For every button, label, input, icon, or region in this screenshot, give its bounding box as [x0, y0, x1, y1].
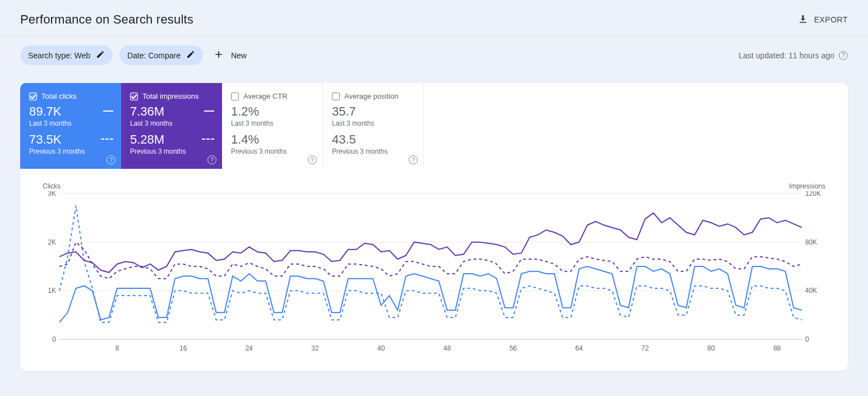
header: Performance on Search results EXPORT [0, 0, 868, 38]
metric-label: Total impressions [142, 92, 198, 100]
date-chip-label: Date: Compare [127, 51, 181, 60]
metric-previous-period: Previous 3 months [332, 148, 415, 155]
metric-label: Average CTR [243, 92, 288, 100]
svg-text:56: 56 [509, 344, 517, 352]
help-icon[interactable]: ? [107, 155, 116, 164]
svg-text:24: 24 [246, 344, 253, 352]
performance-card: Total clicks 89.7K Last 3 months 73.5K P… [20, 83, 848, 371]
help-icon[interactable]: ? [839, 51, 848, 60]
metric-previous-value: 73.5K [29, 133, 85, 146]
solid-line-icon [204, 110, 214, 112]
metric-current-period: Last 3 months [130, 119, 172, 127]
svg-text:40K: 40K [805, 287, 817, 295]
metric-current-period: Last 3 months [231, 119, 315, 127]
search-type-chip[interactable]: Search type: Web [20, 45, 113, 65]
svg-text:80: 80 [707, 344, 715, 352]
svg-text:80K: 80K [805, 238, 817, 246]
chart-area: Clicks Impressions 01K2K3K040K80K120K816… [20, 169, 848, 371]
svg-text:72: 72 [641, 344, 649, 352]
metric-label: Average position [344, 92, 399, 100]
metric-current-value: 7.36M [130, 105, 172, 118]
metric-current-period: Last 3 months [332, 119, 415, 127]
svg-text:3K: 3K [48, 191, 56, 197]
export-label: EXPORT [814, 15, 848, 24]
metric-current-value: 1.2% [231, 105, 315, 118]
metric-tab-ctr[interactable]: Average CTR 1.2% Last 3 months 1.4% Prev… [222, 83, 323, 169]
help-icon[interactable]: ? [308, 155, 317, 164]
svg-text:120K: 120K [805, 191, 821, 197]
last-updated-label: Last updated: 11 hours ago [739, 51, 834, 60]
metric-tab-impressions[interactable]: Total impressions 7.36M Last 3 months 5.… [121, 83, 222, 169]
last-updated: Last updated: 11 hours ago ? [739, 51, 848, 60]
metric-tabs: Total clicks 89.7K Last 3 months 73.5K P… [20, 83, 848, 169]
metric-previous-period: Previous 3 months [130, 148, 186, 155]
metric-previous-value: 1.4% [231, 133, 315, 146]
metric-current-value: 35.7 [332, 105, 415, 118]
metric-previous-period: Previous 3 months [231, 148, 315, 155]
svg-text:40: 40 [377, 344, 385, 352]
left-axis-label: Clicks [43, 182, 61, 190]
dashed-line-icon [101, 139, 113, 140]
search-type-chip-label: Search type: Web [28, 51, 90, 60]
svg-text:64: 64 [575, 344, 583, 352]
svg-text:2K: 2K [48, 238, 56, 246]
solid-line-icon [103, 110, 113, 112]
performance-chart: 01K2K3K040K80K120K816243240485664728088 [40, 191, 828, 354]
download-icon [797, 13, 809, 26]
svg-text:48: 48 [444, 344, 451, 352]
plus-icon [213, 49, 224, 62]
pencil-icon [186, 50, 195, 61]
svg-text:0: 0 [52, 335, 56, 343]
metric-previous-value: 43.5 [332, 133, 415, 146]
help-icon[interactable]: ? [207, 155, 216, 164]
pencil-icon [96, 50, 105, 61]
svg-text:8: 8 [116, 344, 119, 352]
svg-text:32: 32 [311, 344, 319, 352]
right-axis-label: Impressions [789, 182, 825, 190]
help-icon[interactable]: ? [409, 155, 418, 164]
metric-current-period: Last 3 months [29, 119, 71, 127]
svg-text:16: 16 [179, 344, 187, 352]
filters-row: Search type: Web Date: Compare New Last … [0, 38, 868, 73]
metric-previous-period: Previous 3 months [29, 148, 85, 155]
checkbox-icon [332, 93, 340, 100]
metric-tab-clicks[interactable]: Total clicks 89.7K Last 3 months 73.5K P… [20, 83, 121, 169]
svg-text:88: 88 [773, 344, 781, 352]
metric-previous-value: 5.28M [130, 133, 186, 146]
add-filter-label: New [231, 51, 247, 60]
page-title: Performance on Search results [20, 12, 193, 27]
checkbox-icon [130, 93, 138, 100]
dashed-line-icon [202, 139, 214, 140]
metric-tab-position[interactable]: Average position 35.7 Last 3 months 43.5… [323, 83, 424, 169]
export-button[interactable]: EXPORT [797, 13, 848, 26]
checkbox-icon [29, 93, 37, 100]
metric-current-value: 89.7K [29, 105, 71, 118]
svg-text:1K: 1K [48, 287, 56, 295]
svg-text:0: 0 [805, 335, 809, 343]
date-chip[interactable]: Date: Compare [119, 45, 203, 65]
checkbox-icon [231, 93, 239, 100]
metric-label: Total clicks [41, 92, 77, 100]
add-filter-button[interactable]: New [210, 47, 250, 64]
